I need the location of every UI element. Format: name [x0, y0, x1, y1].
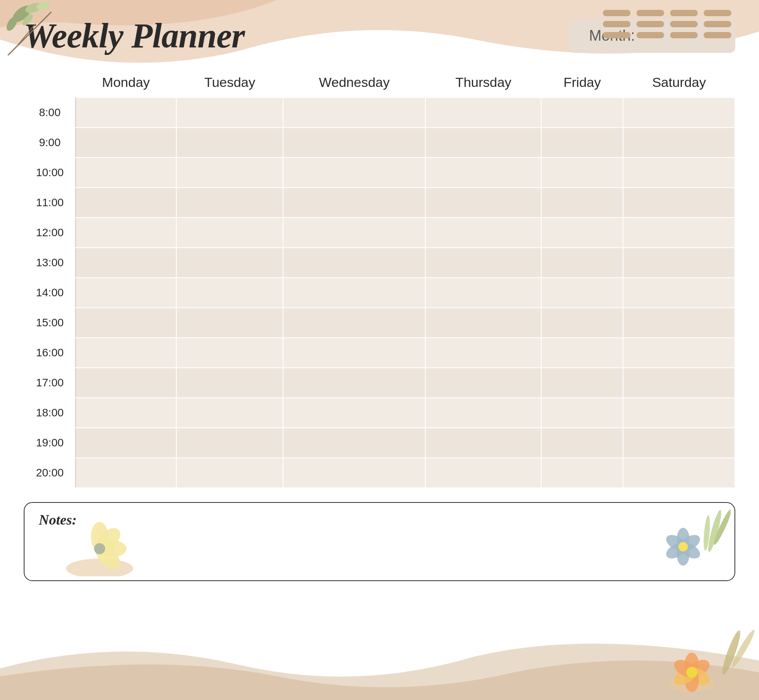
- day-cell[interactable]: [283, 398, 425, 428]
- day-cell[interactable]: [425, 278, 541, 308]
- day-cell[interactable]: [425, 128, 541, 158]
- day-cell[interactable]: [541, 458, 623, 488]
- day-cell[interactable]: [76, 398, 176, 428]
- notes-box[interactable]: Notes:: [24, 502, 735, 581]
- day-cell[interactable]: [623, 308, 735, 338]
- day-header-friday: Friday: [541, 68, 623, 98]
- day-cell[interactable]: [425, 338, 541, 368]
- day-cell[interactable]: [176, 338, 283, 368]
- time-cell: 19:00: [24, 428, 76, 458]
- day-cell[interactable]: [541, 128, 623, 158]
- time-cell: 17:00: [24, 368, 76, 398]
- day-cell[interactable]: [623, 278, 735, 308]
- day-cell[interactable]: [76, 218, 176, 248]
- day-cell[interactable]: [76, 128, 176, 158]
- day-cell[interactable]: [623, 368, 735, 398]
- day-cell[interactable]: [283, 188, 425, 218]
- notes-label: Notes:: [39, 512, 720, 528]
- day-cell[interactable]: [283, 248, 425, 278]
- day-cell[interactable]: [176, 398, 283, 428]
- day-cell[interactable]: [76, 158, 176, 188]
- day-cell[interactable]: [541, 158, 623, 188]
- flower-decoration-left: [64, 513, 135, 576]
- day-cell[interactable]: [76, 278, 176, 308]
- day-cell[interactable]: [541, 98, 623, 128]
- day-cell[interactable]: [623, 218, 735, 248]
- day-cell[interactable]: [283, 128, 425, 158]
- day-cell[interactable]: [425, 458, 541, 488]
- day-cell[interactable]: [425, 158, 541, 188]
- table-row: 15:00: [24, 308, 735, 338]
- day-cell[interactable]: [623, 158, 735, 188]
- table-row: 16:00: [24, 338, 735, 368]
- day-cell[interactable]: [76, 458, 176, 488]
- day-cell[interactable]: [76, 428, 176, 458]
- day-cell[interactable]: [176, 98, 283, 128]
- day-cell[interactable]: [176, 248, 283, 278]
- day-cell[interactable]: [425, 308, 541, 338]
- day-cell[interactable]: [76, 338, 176, 368]
- day-cell[interactable]: [176, 428, 283, 458]
- day-cell[interactable]: [425, 188, 541, 218]
- time-cell: 10:00: [24, 158, 76, 188]
- table-row: 18:00: [24, 398, 735, 428]
- day-cell[interactable]: [541, 278, 623, 308]
- day-cell[interactable]: [623, 128, 735, 158]
- day-cell[interactable]: [283, 428, 425, 458]
- day-cell[interactable]: [623, 98, 735, 128]
- day-cell[interactable]: [283, 278, 425, 308]
- day-cell[interactable]: [541, 308, 623, 338]
- day-cell[interactable]: [425, 98, 541, 128]
- day-cell[interactable]: [623, 248, 735, 278]
- day-cell[interactable]: [541, 218, 623, 248]
- day-cell[interactable]: [283, 98, 425, 128]
- day-cell[interactable]: [541, 338, 623, 368]
- day-cell[interactable]: [283, 458, 425, 488]
- day-cell[interactable]: [541, 368, 623, 398]
- day-cell[interactable]: [283, 338, 425, 368]
- day-cell[interactable]: [623, 458, 735, 488]
- day-cell[interactable]: [76, 248, 176, 278]
- day-cell[interactable]: [425, 398, 541, 428]
- day-cell[interactable]: [541, 398, 623, 428]
- leaf-decoration-topleft: [0, 0, 71, 63]
- day-cell[interactable]: [283, 308, 425, 338]
- day-header-monday: Monday: [76, 68, 176, 98]
- svg-rect-9: [670, 10, 698, 16]
- day-cell[interactable]: [76, 368, 176, 398]
- day-cell[interactable]: [76, 188, 176, 218]
- day-cell[interactable]: [623, 398, 735, 428]
- flower-decoration-right: [651, 507, 731, 578]
- day-cell[interactable]: [623, 338, 735, 368]
- day-cell[interactable]: [541, 428, 623, 458]
- time-cell: 11:00: [24, 188, 76, 218]
- day-cell[interactable]: [425, 248, 541, 278]
- day-cell[interactable]: [283, 158, 425, 188]
- day-cell[interactable]: [623, 428, 735, 458]
- day-cell[interactable]: [623, 188, 735, 218]
- day-cell[interactable]: [176, 218, 283, 248]
- day-cell[interactable]: [541, 188, 623, 218]
- day-cell[interactable]: [425, 368, 541, 398]
- day-cell[interactable]: [176, 128, 283, 158]
- day-cell[interactable]: [283, 218, 425, 248]
- day-cell[interactable]: [176, 308, 283, 338]
- day-header-thursday: Thursday: [425, 68, 541, 98]
- time-cell: 8:00: [24, 98, 76, 128]
- day-cell[interactable]: [76, 98, 176, 128]
- day-cell[interactable]: [176, 458, 283, 488]
- table-row: 19:00: [24, 428, 735, 458]
- day-cell[interactable]: [76, 308, 176, 338]
- time-cell: 14:00: [24, 278, 76, 308]
- day-cell[interactable]: [425, 218, 541, 248]
- day-cell[interactable]: [176, 278, 283, 308]
- planner-table: Monday Tuesday Wednesday Thursday Friday…: [24, 68, 735, 488]
- day-cell[interactable]: [283, 368, 425, 398]
- day-cell[interactable]: [541, 248, 623, 278]
- day-header-saturday: Saturday: [623, 68, 735, 98]
- day-cell[interactable]: [425, 428, 541, 458]
- day-cell[interactable]: [176, 188, 283, 218]
- svg-point-42: [686, 667, 697, 678]
- day-cell[interactable]: [176, 368, 283, 398]
- day-cell[interactable]: [176, 158, 283, 188]
